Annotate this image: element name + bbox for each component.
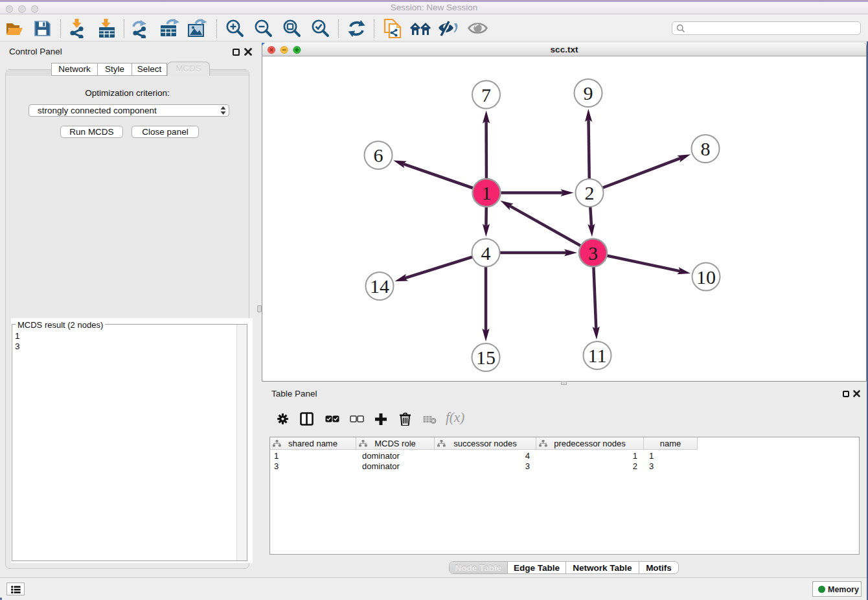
svg-text:2: 2 [585,182,595,203]
svg-text:9: 9 [584,82,593,104]
svg-text:8: 8 [701,138,711,159]
svg-text:14: 14 [370,275,389,297]
svg-text:15: 15 [476,347,496,368]
svg-text:11: 11 [588,345,607,366]
svg-text:10: 10 [696,266,716,288]
svg-text:6: 6 [374,144,383,166]
svg-text:4: 4 [481,242,491,264]
svg-text:3: 3 [588,242,598,264]
svg-text:1: 1 [482,182,492,203]
svg-text:7: 7 [481,84,491,106]
